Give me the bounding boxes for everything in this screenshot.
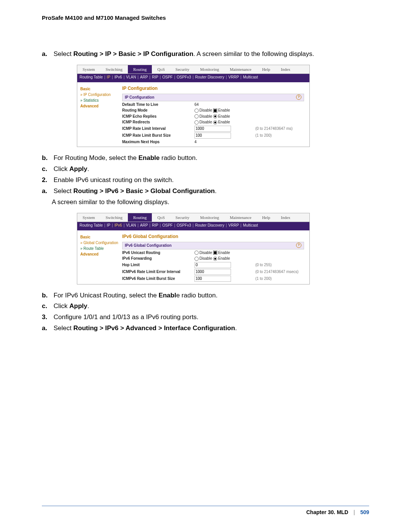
marker-1a: a. bbox=[42, 50, 52, 59]
subtab2-ipv6[interactable]: IPv6 bbox=[115, 223, 122, 230]
tab-system-2[interactable]: System bbox=[77, 213, 100, 222]
step-1a: a. Select Routing > IP > Basic > IP Conf… bbox=[42, 50, 369, 59]
icmp-redir-enable[interactable] bbox=[213, 120, 217, 125]
subtab-rip[interactable]: RIP bbox=[152, 75, 158, 81]
step-1c: c. Click Apply. bbox=[42, 165, 369, 174]
help-icon[interactable]: ? bbox=[296, 94, 301, 100]
sidebar2-advanced[interactable]: Advanced bbox=[80, 251, 118, 257]
main-pane: IP Configuration IP Configuration ? Defa… bbox=[120, 82, 309, 147]
step-2a-path: Routing > IPv6 > Basic > Global Configur… bbox=[73, 187, 215, 195]
sidebar-basic[interactable]: Basic bbox=[80, 86, 118, 92]
subtab2-vlan[interactable]: VLAN bbox=[126, 223, 136, 230]
subtab-rd[interactable]: Router Discovery bbox=[195, 75, 225, 81]
tab-monitoring[interactable]: Monitoring bbox=[195, 65, 225, 73]
label-max-next-hops: Maximum Next Hops bbox=[122, 139, 194, 145]
subtab2-ip[interactable]: IP bbox=[107, 223, 110, 230]
subtab-arp[interactable]: ARP bbox=[140, 75, 148, 81]
step-3: 3. Configure 1/0/1 and 1/0/13 as a IPv6 … bbox=[42, 313, 369, 322]
step-1b-post: radio button. bbox=[160, 154, 198, 161]
help-icon-2[interactable]: ? bbox=[296, 243, 301, 248]
subtab-vrrp[interactable]: VRRP bbox=[228, 75, 239, 81]
row-routing-mode: Routing Mode Disable Enable bbox=[122, 108, 304, 113]
marker-2a: a. bbox=[42, 187, 52, 196]
subtab2-vrrp[interactable]: VRRP bbox=[228, 223, 239, 230]
input-icmp-burst[interactable] bbox=[194, 133, 231, 139]
tab-index[interactable]: Index bbox=[276, 65, 296, 73]
tab-help[interactable]: Help bbox=[257, 65, 276, 73]
marker-3: 3. bbox=[42, 313, 52, 322]
subtab2-rip[interactable]: RIP bbox=[152, 223, 158, 230]
tab-maintenance-2[interactable]: Maintenance bbox=[225, 213, 257, 222]
unicast-disable[interactable] bbox=[194, 251, 199, 255]
tab-index-2[interactable]: Index bbox=[276, 213, 296, 222]
tab-system[interactable]: System bbox=[77, 65, 100, 73]
lbl-enable5: Enable bbox=[218, 256, 230, 260]
tab-routing-2[interactable]: Routing bbox=[128, 213, 152, 222]
marker-2: 2. bbox=[42, 176, 52, 185]
subtab-ospf[interactable]: OSPF bbox=[162, 75, 172, 81]
subtab2-arp[interactable]: ARP bbox=[140, 223, 148, 230]
tab-qos-2[interactable]: QoS bbox=[152, 213, 170, 222]
forwarding-enable[interactable] bbox=[213, 257, 217, 261]
routing-mode-disable[interactable] bbox=[194, 109, 199, 113]
subtab2-routingtable[interactable]: Routing Table bbox=[80, 223, 103, 230]
step-2a-post: . bbox=[215, 187, 217, 195]
unicast-enable[interactable] bbox=[213, 251, 217, 255]
subtab2-ospf[interactable]: OSPF bbox=[162, 223, 172, 230]
sub-tabs: Routing Table| IP| IPv6| VLAN| ARP| RIP|… bbox=[77, 74, 309, 82]
tab-switching-2[interactable]: Switching bbox=[100, 213, 128, 222]
screenshot-ipv6-global: System Switching Routing QoS Security Mo… bbox=[77, 213, 310, 284]
row-forwarding: IPv6 Forwarding Disable Enable bbox=[122, 256, 304, 261]
input-hop-limit[interactable] bbox=[194, 262, 231, 268]
subtab2-rd[interactable]: Router Discovery bbox=[195, 223, 225, 230]
forwarding-disable[interactable] bbox=[194, 257, 199, 261]
sidebar2-routetable[interactable]: » Route Table bbox=[80, 246, 118, 251]
input-icmp-interval[interactable] bbox=[194, 126, 231, 132]
footer-sep: | bbox=[354, 509, 355, 515]
subtab-ip[interactable]: IP bbox=[107, 75, 110, 81]
lbl-disable5: Disable bbox=[199, 256, 212, 260]
tab-security[interactable]: Security bbox=[170, 65, 195, 73]
subtab-mc[interactable]: Multicast bbox=[243, 75, 258, 81]
input-icmpv6-burst[interactable] bbox=[194, 276, 231, 282]
lbl-enable3: Enable bbox=[218, 120, 230, 124]
panel-bar-2: IPv6 Global Configuration ? bbox=[122, 242, 304, 249]
tab-monitoring-2[interactable]: Monitoring bbox=[195, 213, 225, 222]
sub-tabs-2: Routing Table| IP| IPv6| VLAN| ARP| RIP|… bbox=[77, 222, 309, 230]
sidebar2-global[interactable]: » Global Configuration bbox=[80, 240, 118, 246]
routing-mode-enable[interactable] bbox=[213, 109, 217, 113]
sidebar-ipconfig[interactable]: » IP Configuration bbox=[80, 92, 118, 97]
icmp-echo-disable[interactable] bbox=[194, 114, 199, 118]
tab-help-2[interactable]: Help bbox=[257, 213, 276, 222]
tab-maintenance[interactable]: Maintenance bbox=[225, 65, 257, 73]
subtab2-mc[interactable]: Multicast bbox=[243, 223, 258, 230]
icmp-echo-enable[interactable] bbox=[213, 114, 217, 118]
row-max-next-hops: Maximum Next Hops 4 bbox=[122, 139, 304, 145]
sidebar-advanced[interactable]: Advanced bbox=[80, 103, 118, 109]
step-2b-post: e radio button. bbox=[176, 292, 218, 299]
tab-qos[interactable]: QoS bbox=[152, 65, 170, 73]
subtab2-ospfv3[interactable]: OSPFv3 bbox=[177, 223, 191, 230]
tab-switching[interactable]: Switching bbox=[100, 65, 128, 73]
subtab-vlan[interactable]: VLAN bbox=[126, 75, 136, 81]
hint-icmp-interval: (0 to 2147483647 ms) bbox=[255, 126, 293, 131]
step-2c-bold: Apply bbox=[69, 302, 87, 310]
label-unicast: IPv6 Unicast Routing bbox=[122, 250, 194, 256]
sidebar-statistics[interactable]: » Statistics bbox=[80, 97, 118, 103]
subtab-ipv6[interactable]: IPv6 bbox=[115, 75, 122, 81]
lbl-disable3: Disable bbox=[199, 120, 212, 124]
icmp-redir-disable[interactable] bbox=[194, 120, 199, 125]
sidebar2-basic[interactable]: Basic bbox=[80, 234, 118, 240]
step-1b-bold: Enable bbox=[139, 154, 160, 161]
step-2-text: Enable IPv6 unicast routing on the switc… bbox=[54, 176, 174, 184]
step-1b: b. For Routing Mode, select the Enable r… bbox=[42, 154, 369, 163]
marker-1c: c. bbox=[42, 165, 52, 174]
lbl-enable2: Enable bbox=[218, 114, 230, 118]
subtab-routingtable[interactable]: Routing Table bbox=[80, 75, 103, 81]
subtab-ospfv3[interactable]: OSPFv3 bbox=[177, 75, 191, 81]
input-icmpv6-interval[interactable] bbox=[194, 269, 231, 275]
tab-routing[interactable]: Routing bbox=[128, 65, 152, 73]
step-3-text: Configure 1/0/1 and 1/0/13 as a IPv6 rou… bbox=[54, 313, 199, 321]
tab-security-2[interactable]: Security bbox=[170, 213, 195, 222]
label-icmp-echo: ICMP Echo Replies bbox=[122, 114, 194, 119]
